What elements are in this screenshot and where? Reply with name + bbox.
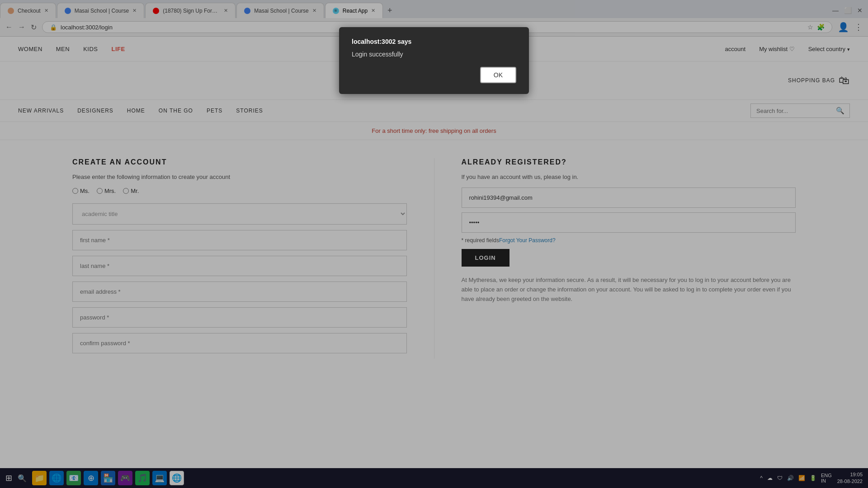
dialog-box: localhost:3002 says Login successfully O…: [339, 27, 529, 94]
dialog-overlay: localhost:3002 says Login successfully O…: [0, 0, 868, 488]
dialog-ok-button[interactable]: OK: [480, 67, 516, 83]
dialog-message: Login successfully: [352, 51, 516, 58]
dialog-footer: OK: [352, 67, 516, 83]
dialog-title: localhost:3002 says: [352, 38, 516, 45]
